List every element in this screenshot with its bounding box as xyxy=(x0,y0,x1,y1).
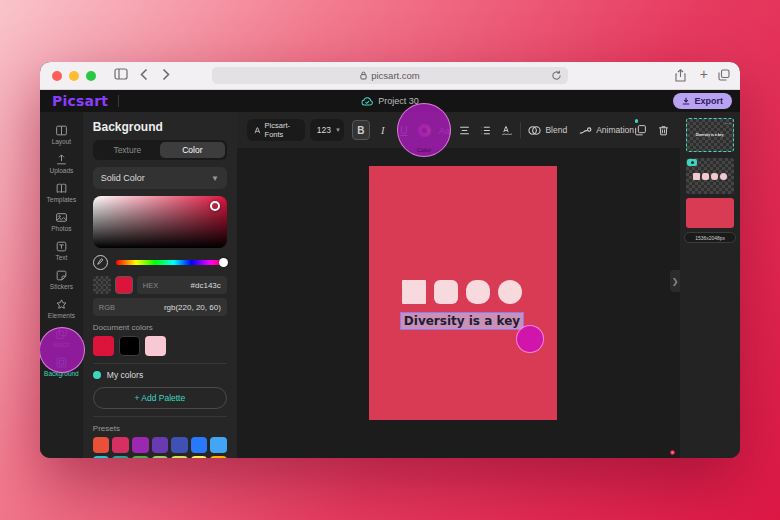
chevron-down-icon: ▼ xyxy=(211,174,219,183)
texture-color-tabs: Texture Color xyxy=(93,140,227,160)
preset-swatch[interactable] xyxy=(112,437,129,453)
preset-swatch[interactable] xyxy=(112,456,129,458)
my-colors-icon xyxy=(93,371,101,379)
text-color-button[interactable] xyxy=(418,120,431,140)
circle-shape[interactable] xyxy=(498,280,522,304)
hue-slider-handle[interactable] xyxy=(219,258,228,267)
layer-shapes[interactable] xyxy=(686,158,734,194)
square-shape[interactable] xyxy=(402,280,426,304)
my-colors-row[interactable]: My colors xyxy=(93,370,227,380)
design-canvas[interactable]: Diversity is a key xyxy=(369,166,557,420)
current-color-swatch[interactable] xyxy=(115,276,133,294)
preset-swatch[interactable] xyxy=(93,456,110,458)
zoom-window-button[interactable] xyxy=(86,71,96,81)
eyedropper-button[interactable] xyxy=(93,255,108,270)
share-icon[interactable] xyxy=(675,69,686,82)
selected-text-element[interactable]: Diversity is a key xyxy=(400,312,524,330)
close-window-button[interactable] xyxy=(52,71,62,81)
bold-button[interactable]: B xyxy=(352,120,370,140)
mini-rounded xyxy=(702,173,709,180)
text-spacing-button[interactable] xyxy=(500,120,513,140)
new-tab-icon[interactable]: + xyxy=(700,66,708,82)
rounded-square-shape[interactable] xyxy=(434,280,458,304)
underline-button[interactable]: U xyxy=(396,120,412,140)
chevron-down-icon: ▼ xyxy=(335,127,341,133)
preset-swatch[interactable] xyxy=(132,437,149,453)
forward-button[interactable] xyxy=(162,68,170,81)
preset-swatch[interactable] xyxy=(191,437,208,453)
cloud-saved-icon xyxy=(361,97,373,106)
layer-background[interactable] xyxy=(686,198,734,228)
document-color-swatch[interactable] xyxy=(145,336,166,356)
saturation-value-picker[interactable] xyxy=(93,196,227,248)
animation-button[interactable]: Animation xyxy=(579,120,634,140)
italic-button[interactable]: I xyxy=(375,120,391,140)
recording-dot xyxy=(670,450,675,455)
url-text: picsart.com xyxy=(371,70,420,81)
color-wheel-icon xyxy=(418,124,431,137)
text-case-button[interactable]: Aa xyxy=(439,120,451,140)
rail-item-templates[interactable]: Templates xyxy=(40,178,83,207)
canvas-size-badge: 1536x2048px xyxy=(684,232,736,243)
background-panel: Background Texture Color Solid Color ▼ xyxy=(83,112,237,458)
rail-item-stickers[interactable]: Stickers xyxy=(40,265,83,294)
rail-item-background[interactable]: Background xyxy=(40,352,83,381)
rail-item-text[interactable]: Text xyxy=(40,236,83,265)
picsart-logo[interactable]: Picsart xyxy=(52,93,108,109)
minimize-window-button[interactable] xyxy=(69,71,79,81)
list-spacing-button[interactable] xyxy=(479,120,492,140)
add-palette-button[interactable]: + Add Palette xyxy=(93,387,227,409)
preset-swatch[interactable] xyxy=(171,456,188,458)
rgb-field[interactable]: RGB rgb(220, 20, 60) xyxy=(93,298,227,316)
visibility-eye-icon[interactable] xyxy=(687,159,697,166)
panel-collapse-handle[interactable]: ❯ xyxy=(670,270,680,292)
rail-item-photos[interactable]: Photos xyxy=(40,207,83,236)
document-color-swatch[interactable] xyxy=(119,336,140,356)
preset-swatch[interactable] xyxy=(93,437,110,453)
photos-icon xyxy=(55,211,68,224)
sidebar-toggle-icon[interactable] xyxy=(114,68,128,80)
rail-item-elements[interactable]: Elements xyxy=(40,294,83,323)
preset-swatch[interactable] xyxy=(171,437,188,453)
preset-swatch[interactable] xyxy=(132,456,149,458)
preset-swatch[interactable] xyxy=(210,437,227,453)
color-picker-handle[interactable] xyxy=(210,201,220,211)
delete-button[interactable] xyxy=(657,120,670,140)
tab-color[interactable]: Color xyxy=(160,142,225,158)
hue-slider[interactable] xyxy=(116,260,227,265)
preset-swatch[interactable] xyxy=(152,456,169,458)
browser-chrome: picsart.com + xyxy=(40,62,740,90)
document-color-swatch[interactable] xyxy=(93,336,114,356)
font-family-selector[interactable]: Picsart-Fonts xyxy=(247,119,305,141)
text-toolbar: Picsart-Fonts 123 ▼ B I U Aa xyxy=(237,112,680,148)
project-title[interactable]: Project 30 xyxy=(361,96,419,106)
address-bar[interactable]: picsart.com xyxy=(212,67,568,84)
preset-swatch[interactable] xyxy=(210,456,227,458)
tabs-overview-icon[interactable] xyxy=(718,69,730,81)
background-icon xyxy=(55,356,68,369)
transparent-swatch[interactable] xyxy=(93,276,111,294)
rail-item-uploads[interactable]: Uploads xyxy=(40,149,83,178)
tab-texture[interactable]: Texture xyxy=(95,142,160,158)
preset-swatch[interactable] xyxy=(191,456,208,458)
rail-item-layout[interactable]: Layout xyxy=(40,120,83,149)
align-center-button[interactable] xyxy=(458,120,471,140)
rail-item-batch[interactable]: Batch xyxy=(40,323,83,352)
preset-swatch[interactable] xyxy=(152,437,169,453)
duplicate-button[interactable] xyxy=(634,120,647,140)
layer-options-badge[interactable]: ⋯ xyxy=(725,119,732,126)
blend-button[interactable]: Blend xyxy=(528,120,567,140)
workspace: Layout Uploads Templates Photos Text Sti… xyxy=(40,112,740,458)
fill-type-dropdown[interactable]: Solid Color ▼ xyxy=(93,167,227,189)
blend-icon xyxy=(528,124,541,137)
export-button[interactable]: Export xyxy=(673,93,732,109)
text-tool-icon xyxy=(55,240,68,253)
reload-icon[interactable] xyxy=(551,70,562,81)
templates-icon xyxy=(55,182,68,195)
hex-field[interactable]: HEX #dc143c xyxy=(137,276,227,294)
document-colors xyxy=(93,336,227,356)
back-button[interactable] xyxy=(140,68,148,81)
layer-text[interactable]: Diversity is a key ⋯ xyxy=(686,118,734,152)
round-square-shape[interactable] xyxy=(466,280,490,304)
font-size-selector[interactable]: 123 ▼ xyxy=(310,119,344,141)
